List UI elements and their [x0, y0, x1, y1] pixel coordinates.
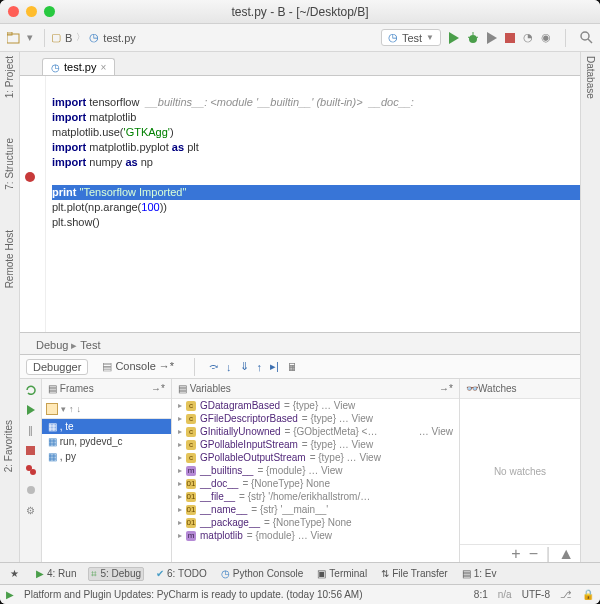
python-file-icon: ◷ — [51, 62, 60, 73]
frames-thread-selector[interactable]: ▾ ↑ ↓ — [42, 399, 171, 419]
search-button[interactable] — [580, 31, 594, 45]
run-tool-tab[interactable]: ▶4: Run — [34, 568, 78, 579]
run-coverage-button[interactable] — [487, 32, 497, 44]
main-area: 1: Project 7: Structure Remote Host ◷ te… — [0, 52, 600, 562]
variable-row[interactable]: ▸m __builtins__ = {module} … View — [172, 464, 459, 477]
debug-pane-header: Debug ▸ Test — [20, 333, 580, 355]
remote-host-tool-tab[interactable]: Remote Host — [4, 230, 15, 288]
code-editor[interactable]: import tensorflow __builtins__: <module … — [20, 76, 580, 332]
svg-marker-2 — [449, 32, 459, 44]
debugger-tab[interactable]: Debugger — [26, 359, 88, 375]
left-tool-gutter-lower: 2: Favorites — [3, 420, 21, 476]
database-tool-tab[interactable]: Database — [585, 56, 596, 99]
python-console-tool-tab[interactable]: ◷Python Console — [219, 568, 306, 579]
step-over-icon[interactable]: ⤼ — [209, 360, 218, 373]
mute-breakpoints-icon[interactable] — [24, 483, 38, 497]
view-breakpoints-icon[interactable] — [24, 463, 38, 477]
debug-tool-window: Debug ▸ Test Debugger ▤ Console →* ⤼ ↓ ⇓… — [20, 332, 580, 562]
rerun-icon[interactable] — [24, 383, 38, 397]
watches-header: 👓 Watches — [460, 379, 580, 399]
status-line-sep[interactable]: n/a — [498, 589, 512, 600]
structure-tool-tab[interactable]: 7: Structure — [4, 138, 15, 190]
todo-tool-tab[interactable]: ✔6: TODO — [154, 568, 209, 579]
terminal-tool-tab[interactable]: ▣Terminal — [315, 568, 369, 579]
run-config-selector[interactable]: ◷ Test ▼ — [381, 29, 441, 46]
evaluate-icon[interactable]: 🖩 — [287, 361, 298, 373]
debug-left-controls: ‖ ⚙ — [20, 379, 42, 562]
watches-empty: No watches — [460, 399, 580, 544]
variable-row[interactable]: ▸c GPollableOutputStream = {type} … View — [172, 451, 459, 464]
favorites-tool-tab-label[interactable]: 2: Favorites — [3, 420, 14, 472]
breadcrumb-root[interactable]: B — [65, 32, 72, 44]
status-lock-icon[interactable]: 🔒 — [582, 589, 594, 600]
next-frame-icon[interactable]: ↓ — [77, 404, 82, 414]
variable-row[interactable]: ▸01 __file__ = {str} '/home/erikhallstro… — [172, 490, 459, 503]
variable-row[interactable]: ▸01 __doc__ = {NoneType} None — [172, 477, 459, 490]
status-caret-pos[interactable]: 8:1 — [474, 589, 488, 600]
run-button[interactable] — [449, 32, 459, 44]
concurrency-button[interactable]: ◉ — [541, 31, 551, 44]
minimize-window-button[interactable] — [26, 6, 37, 17]
close-window-button[interactable] — [8, 6, 19, 17]
project-tool-tab[interactable]: 1: Project — [4, 56, 15, 98]
run-config-label: Test — [402, 32, 422, 44]
thread-icon — [46, 403, 58, 415]
left-tool-gutter: 1: Project 7: Structure Remote Host — [0, 52, 20, 562]
chevron-right-icon: 〉 — [76, 31, 85, 44]
frame-row[interactable]: ▦ , py — [42, 449, 171, 464]
variable-row[interactable]: ▸c GInitiallyUnowned = {GObjectMeta} <……… — [172, 425, 459, 438]
status-git-icon[interactable]: ⎇ — [560, 589, 572, 600]
run-config-icon: ◷ — [388, 31, 398, 44]
debug-tool-tab[interactable]: ⌗5: Debug — [88, 567, 144, 581]
variable-row[interactable]: ▸c GFileDescriptorBased = {type} … View — [172, 412, 459, 425]
editor-tab[interactable]: ◷ test.py × — [42, 58, 115, 75]
watches-footer: + − | ▲ — [460, 544, 580, 562]
close-tab-icon[interactable]: × — [100, 62, 106, 73]
stop-button[interactable] — [505, 33, 515, 43]
breadcrumb: ▢ B 〉 ◷ test.py — [51, 31, 381, 44]
editor-tab-label: test.py — [64, 61, 96, 73]
ide-window: test.py - B - [~/Desktop/B] ▾ ▢ B 〉 ◷ te… — [0, 0, 600, 604]
variable-row[interactable]: ▸01 __package__ = {NoneType} None — [172, 516, 459, 529]
step-into-icon[interactable]: ↓ — [226, 361, 232, 373]
breadcrumb-file[interactable]: test.py — [103, 32, 135, 44]
main-toolbar: ▾ ▢ B 〉 ◷ test.py ◷ Test ▼ ◔ ◉ — [0, 24, 600, 52]
status-indicator-icon[interactable]: ▶ — [6, 589, 14, 600]
step-out-icon[interactable]: ↑ — [257, 361, 263, 373]
breakpoint-marker[interactable] — [25, 172, 35, 182]
window-controls — [8, 6, 55, 17]
prev-frame-icon[interactable]: ↑ — [69, 404, 74, 414]
pause-icon[interactable]: ‖ — [24, 423, 38, 437]
add-watch-icon[interactable]: + — [511, 545, 520, 563]
save-icon[interactable]: ▾ — [22, 30, 38, 46]
variable-row[interactable]: ▸c GPollableInputStream = {type} … View — [172, 438, 459, 451]
frame-row[interactable]: ▦ , te — [42, 419, 171, 434]
variables-panel: ▤ Variables→* ▸c GDatagramBased = {type}… — [172, 379, 460, 562]
editor-tabs: ◷ test.py × — [20, 52, 580, 76]
debug-pane-title: Debug ▸ Test — [26, 337, 111, 354]
zoom-window-button[interactable] — [44, 6, 55, 17]
svg-point-9 — [581, 32, 589, 40]
debug-button[interactable] — [467, 32, 479, 44]
console-tab[interactable]: ▤ Console →* — [96, 359, 180, 374]
run-to-cursor-icon[interactable]: ▸| — [270, 360, 279, 373]
resume-icon[interactable] — [24, 403, 38, 417]
variable-row[interactable]: ▸c GDatagramBased = {type} … View — [172, 399, 459, 412]
remove-watch-icon[interactable]: − — [529, 545, 538, 563]
frame-row[interactable]: ▦ run, pydevd_c — [42, 434, 171, 449]
folder-icon: ▢ — [51, 31, 61, 44]
variable-row[interactable]: ▸m matplotlib = {module} … View — [172, 529, 459, 542]
status-bar: ▶ Platform and Plugin Updates: PyCharm i… — [0, 584, 600, 604]
favorites-tool-tab[interactable]: ★ — [10, 568, 19, 579]
profile-button[interactable]: ◔ — [523, 31, 533, 44]
event-log-tool-tab[interactable]: ▤1: Ev — [460, 568, 499, 579]
status-encoding[interactable]: UTF-8 — [522, 589, 550, 600]
settings-icon[interactable]: ⚙ — [24, 503, 38, 517]
watch-up-icon[interactable]: ▲ — [558, 545, 574, 563]
variable-row[interactable]: ▸01 __name__ = {str} '__main__' — [172, 503, 459, 516]
stop-icon[interactable] — [24, 443, 38, 457]
open-project-icon[interactable] — [6, 30, 22, 46]
force-step-into-icon[interactable]: ⇓ — [240, 360, 249, 373]
file-transfer-tool-tab[interactable]: ⇅File Transfer — [379, 568, 450, 579]
right-tool-gutter: Database — [580, 52, 600, 562]
